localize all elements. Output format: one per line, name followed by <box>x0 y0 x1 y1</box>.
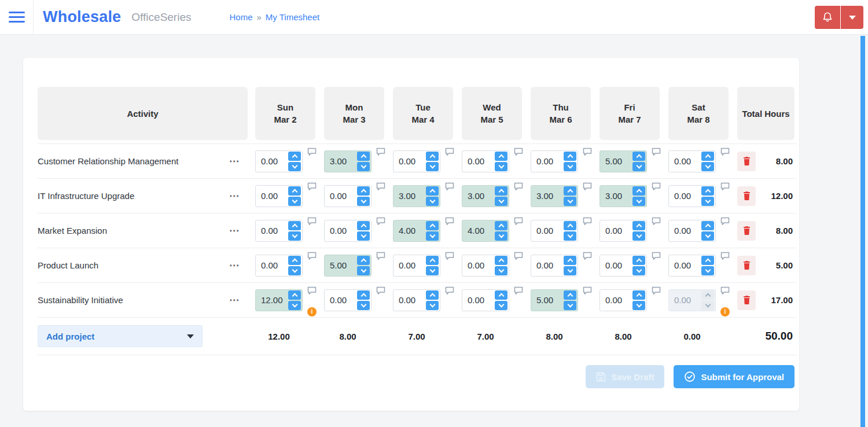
comment-icon[interactable] <box>720 148 730 156</box>
hours-input[interactable]: 0.00 <box>255 150 303 172</box>
decrement-button[interactable] <box>564 162 576 171</box>
increment-button[interactable] <box>288 256 301 265</box>
decrement-button[interactable] <box>495 197 507 206</box>
increment-button[interactable] <box>426 256 439 265</box>
increment-button[interactable] <box>564 221 576 230</box>
decrement-button[interactable] <box>288 301 301 310</box>
comment-icon[interactable] <box>514 286 523 295</box>
hours-input[interactable]: 3.00 <box>462 185 509 207</box>
comment-icon[interactable] <box>307 252 317 260</box>
comment-icon[interactable] <box>376 286 385 295</box>
decrement-button[interactable] <box>426 197 439 206</box>
increment-button[interactable] <box>357 221 370 230</box>
comment-icon[interactable] <box>720 217 730 226</box>
decrement-button[interactable] <box>564 231 576 241</box>
decrement-button[interactable] <box>357 162 370 171</box>
user-menu-button[interactable] <box>841 6 863 29</box>
comment-icon[interactable] <box>376 182 385 191</box>
delete-row-button[interactable] <box>737 290 756 310</box>
decrement-button[interactable] <box>564 266 576 275</box>
comment-icon[interactable] <box>514 217 523 226</box>
increment-button[interactable] <box>701 221 714 230</box>
row-menu-ellipsis-icon[interactable]: ⋯ <box>227 258 242 273</box>
decrement-button[interactable] <box>426 266 439 275</box>
decrement-button[interactable] <box>288 162 301 171</box>
comment-icon[interactable] <box>652 252 661 260</box>
delete-row-button[interactable] <box>737 221 756 241</box>
comment-icon[interactable] <box>307 286 317 295</box>
comment-icon[interactable] <box>583 217 592 226</box>
decrement-button[interactable] <box>426 231 439 241</box>
row-menu-ellipsis-icon[interactable]: ⋯ <box>227 189 242 203</box>
decrement-button[interactable] <box>288 266 301 275</box>
increment-button[interactable] <box>495 256 507 265</box>
comment-icon[interactable] <box>514 182 523 191</box>
increment-button[interactable] <box>288 186 301 196</box>
hours-input[interactable]: 3.00 <box>324 150 372 172</box>
increment-button[interactable] <box>701 290 714 300</box>
increment-button[interactable] <box>632 290 645 300</box>
comment-icon[interactable] <box>445 182 454 191</box>
hours-input[interactable]: 0.00 <box>531 150 578 172</box>
comment-icon[interactable] <box>652 182 661 191</box>
comment-icon[interactable] <box>445 148 454 156</box>
decrement-button[interactable] <box>632 231 645 241</box>
comment-icon[interactable] <box>514 148 523 156</box>
increment-button[interactable] <box>495 152 507 161</box>
save-draft-button[interactable]: Save Draft <box>586 365 664 388</box>
submit-for-approval-button[interactable]: Submit for Approval <box>674 365 795 388</box>
decrement-button[interactable] <box>357 301 370 310</box>
decrement-button[interactable] <box>701 266 714 275</box>
increment-button[interactable] <box>426 152 439 161</box>
increment-button[interactable] <box>288 290 301 300</box>
hours-input[interactable]: 0.00 <box>393 289 440 311</box>
comment-icon[interactable] <box>583 148 592 156</box>
comment-icon[interactable] <box>376 252 385 260</box>
increment-button[interactable] <box>632 186 645 196</box>
decrement-button[interactable] <box>701 162 714 171</box>
hours-input[interactable]: 0.00 <box>324 289 372 311</box>
hours-input[interactable]: 3.00 <box>531 185 578 207</box>
increment-button[interactable] <box>426 290 439 300</box>
decrement-button[interactable] <box>426 301 439 310</box>
increment-button[interactable] <box>495 290 507 300</box>
decrement-button[interactable] <box>632 266 645 275</box>
increment-button[interactable] <box>288 152 301 161</box>
comment-icon[interactable] <box>720 286 730 295</box>
hours-input[interactable]: 0.00 <box>599 220 647 242</box>
decrement-button[interactable] <box>632 197 645 206</box>
comment-icon[interactable] <box>376 217 385 226</box>
row-menu-ellipsis-icon[interactable]: ⋯ <box>227 223 242 238</box>
increment-button[interactable] <box>564 186 576 196</box>
increment-button[interactable] <box>632 221 645 230</box>
hours-input[interactable]: 0.00 <box>393 150 440 172</box>
hours-input[interactable]: 0.00 <box>393 255 440 277</box>
comment-icon[interactable] <box>307 148 317 156</box>
comment-icon[interactable] <box>307 217 317 226</box>
decrement-button[interactable] <box>426 162 439 171</box>
hours-input[interactable]: 0.00 <box>531 255 578 277</box>
decrement-button[interactable] <box>495 162 507 171</box>
increment-button[interactable] <box>701 152 714 161</box>
decrement-button[interactable] <box>495 266 507 275</box>
increment-button[interactable] <box>564 290 576 300</box>
hours-input[interactable]: 0.00 <box>599 289 647 311</box>
comment-icon[interactable] <box>445 286 454 295</box>
decrement-button[interactable] <box>701 197 714 206</box>
increment-button[interactable] <box>426 186 439 196</box>
hours-input[interactable]: 3.00 <box>393 185 440 207</box>
comment-icon[interactable] <box>583 252 592 260</box>
hours-input[interactable]: 0.00 <box>255 185 303 207</box>
decrement-button[interactable] <box>495 231 507 241</box>
hours-input[interactable]: 0.00 <box>462 289 509 311</box>
comment-icon[interactable] <box>445 252 454 260</box>
increment-button[interactable] <box>357 256 370 265</box>
row-menu-ellipsis-icon[interactable]: ⋯ <box>227 154 242 168</box>
hours-input[interactable]: 0.00 <box>668 220 716 242</box>
hours-input[interactable]: 5.00 <box>531 289 578 311</box>
comment-icon[interactable] <box>720 252 730 260</box>
delete-row-button[interactable] <box>737 256 756 275</box>
increment-button[interactable] <box>288 221 301 230</box>
hours-input[interactable]: 0.00 <box>255 220 303 242</box>
hours-input[interactable]: 0.00 <box>255 255 303 277</box>
